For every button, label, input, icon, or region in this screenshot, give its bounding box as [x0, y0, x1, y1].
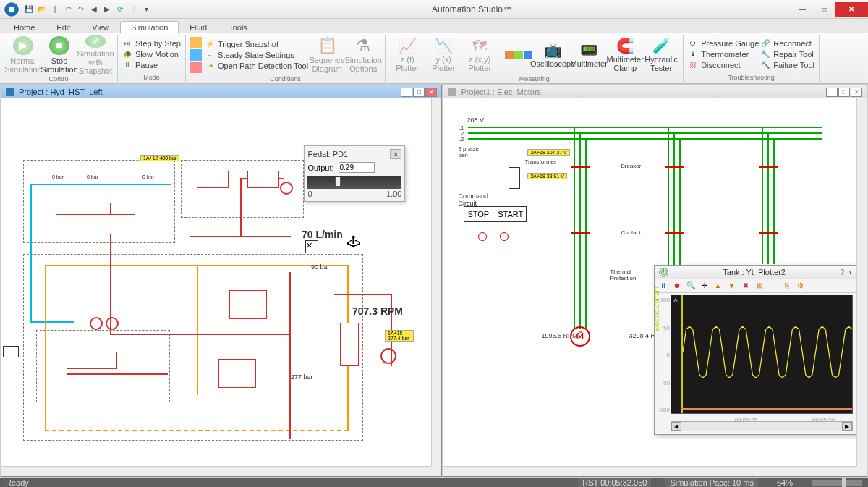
pedal-slider[interactable] — [307, 176, 401, 189]
qat-undo-icon[interactable]: ↶ — [62, 4, 74, 15]
v-scrollbar[interactable] — [431, 98, 441, 466]
left-pane-title[interactable]: Project : Hyd_HST_Left — □ ✕ — [1, 85, 441, 98]
tab-fluid[interactable]: Fluid — [179, 21, 218, 33]
pump-icon-2[interactable] — [90, 317, 103, 330]
valve-2[interactable] — [197, 171, 229, 188]
oscilloscope-button[interactable]: 📺Oscilloscope — [535, 35, 570, 75]
scroll-right-button[interactable]: ▶ — [842, 422, 852, 431]
plotter-chart[interactable]: A 100 50 0 -50 -100 00:05:25 00:05:30 — [671, 295, 853, 414]
slow-motion-button[interactable]: 🐢Slow Motion — [122, 49, 181, 59]
plotter-settings-icon[interactable]: ⚙ — [795, 280, 806, 291]
electrical-canvas[interactable]: 208 V L1 L2 L3 3 phase gen — [443, 98, 867, 476]
plotter-cursor-icon[interactable]: ✛ — [699, 280, 710, 291]
right-pane-title[interactable]: Project1 : Elec_Motors — □ ✕ — [443, 85, 867, 98]
pane-min-button[interactable]: — — [826, 88, 838, 97]
repair-tool-button[interactable]: 🔧Repair Tool — [760, 49, 814, 59]
plotter-title-bar[interactable]: ⏻ Tank : Yt_Plotter2 ? › — [655, 266, 856, 279]
plotter-marker-icon[interactable]: ▲ — [712, 280, 723, 291]
stop-button[interactable]: STOP — [467, 210, 489, 219]
actuator-icon[interactable] — [280, 182, 293, 195]
yx-plotter-button[interactable]: 📉y (x) Plotter — [426, 35, 461, 75]
zt-plotter-button[interactable]: 📈z (t) Plotter — [390, 35, 425, 75]
scroll-left-button[interactable]: ◀ — [671, 422, 681, 431]
qat-left-icon[interactable]: ◀ — [88, 4, 100, 15]
plotter-export-icon[interactable]: ⎘ — [781, 280, 792, 291]
normal-simulation-button[interactable]: ▶Normal Simulation — [6, 35, 41, 75]
plotter-next-icon[interactable]: › — [848, 268, 851, 276]
valve-4[interactable] — [229, 290, 267, 319]
pedal-slider-thumb[interactable] — [335, 177, 341, 187]
pause-button[interactable]: ⏸Pause — [122, 60, 181, 70]
minimize-button[interactable]: — — [791, 2, 813, 17]
status-zoom[interactable]: 64% — [773, 478, 797, 487]
qat-refresh-icon[interactable]: ⟳ — [114, 4, 126, 15]
plotter-power-icon[interactable]: ⏻ — [659, 268, 668, 277]
motor-icon[interactable] — [380, 348, 396, 364]
failure-tool-button[interactable]: 🔨Failure Tool — [760, 60, 814, 70]
valve-6[interactable] — [340, 323, 359, 366]
pump-icon[interactable] — [106, 317, 119, 330]
pedal-dialog[interactable]: Pedal: PD1× Output: 01.00 — [304, 145, 405, 202]
pane-max-button[interactable]: □ — [838, 88, 850, 97]
step-by-step-button[interactable]: ⏭Step by Step — [122, 38, 181, 48]
tab-edit[interactable]: Edit — [46, 21, 81, 33]
thermometer-button[interactable]: 🌡Thermometer — [688, 49, 759, 59]
plotter-zoom-icon[interactable]: 🔍 — [685, 280, 696, 291]
trigger-snapshot-button[interactable]: ⚡Trigger Snapshot — [205, 39, 308, 49]
qat-right-icon[interactable]: ▶ — [101, 4, 113, 15]
hydraulic-canvas[interactable]: 0 bar 0 bar 0 bar 1A+12 400 bar 1A+15 27… — [1, 98, 441, 476]
pedal-output-input[interactable] — [339, 162, 375, 173]
plotter-record-icon[interactable]: ⏺ — [671, 280, 682, 291]
pressure-gauge-button[interactable]: ⏲Pressure Gauge — [688, 38, 759, 48]
simulation-options-button[interactable]: ⚗Simulation Options — [346, 35, 380, 75]
plotter-help-icon[interactable]: ? — [840, 268, 844, 276]
pane-min-button[interactable]: — — [401, 88, 412, 97]
coil-1[interactable] — [478, 232, 487, 241]
h-scrollbar[interactable] — [443, 466, 856, 476]
valve-main[interactable] — [56, 214, 135, 234]
plotter-grid-icon[interactable]: ⊞ — [754, 280, 765, 291]
joystick-icon[interactable]: 🕹 — [347, 234, 360, 250]
tab-tools[interactable]: Tools — [218, 21, 258, 33]
tab-view[interactable]: View — [81, 21, 120, 33]
pump-block[interactable] — [67, 352, 117, 369]
flow-meter-icon[interactable]: ✕ — [305, 240, 318, 253]
qat-redo-icon[interactable]: ↷ — [75, 4, 87, 15]
h-scrollbar[interactable] — [1, 466, 431, 476]
tab-home[interactable]: Home — [3, 21, 46, 33]
disconnect-button[interactable]: ⛓Disconnect — [688, 60, 759, 70]
qat-open-icon[interactable]: 📂 — [36, 4, 48, 15]
pane-max-button[interactable]: □ — [413, 88, 425, 97]
start-button[interactable]: START — [498, 210, 523, 219]
valve-3[interactable] — [247, 171, 279, 188]
cond-icon-3[interactable] — [190, 62, 202, 73]
coil-2[interactable] — [500, 232, 509, 241]
cond-icon-1[interactable] — [190, 37, 202, 48]
plotter-panel[interactable]: ⏻ Tank : Yt_Plotter2 ? › ⏸ ⏺ 🔍 ✛ ▲ ▼ ✖ ⊞… — [654, 265, 856, 435]
qat-save-icon[interactable]: 💾 — [23, 4, 35, 15]
hydraulic-tester-button[interactable]: 🧪Hydraulic Tester — [644, 35, 678, 75]
qat-dropdown-icon[interactable]: ▾ — [140, 4, 152, 15]
multimeter-button[interactable]: 📟Multimeter — [571, 35, 606, 75]
pane-close-button[interactable]: ✕ — [425, 88, 437, 97]
zxy-plotter-button[interactable]: 🗺z (x,y) Plotter — [462, 35, 497, 75]
zoom-slider[interactable] — [812, 480, 862, 486]
v-scrollbar[interactable] — [856, 98, 867, 466]
pedal-close-button[interactable]: × — [390, 149, 401, 159]
input-port[interactable] — [3, 346, 19, 357]
plotter-marker2-icon[interactable]: ▼ — [726, 280, 737, 291]
pane-close-button[interactable]: ✕ — [851, 88, 862, 97]
stop-simulation-button[interactable]: ■Stop Simulation — [42, 35, 77, 75]
open-path-button[interactable]: ⇢Open Path Detection Tool — [205, 61, 308, 71]
multimeter-clamp-button[interactable]: 🧲Multimeter Clamp — [608, 35, 642, 75]
meas-palette-icon-2[interactable] — [514, 51, 523, 59]
steady-state-button[interactable]: ≈Steady State Settings — [205, 50, 308, 60]
meas-palette-icon-3[interactable] — [524, 51, 532, 59]
plotter-scrollbar[interactable]: ◀ ▶ — [671, 421, 853, 431]
simulation-snapshot-button[interactable]: ✓Simulation with Snapshot — [78, 35, 113, 75]
command-box[interactable]: STOP START — [464, 206, 527, 222]
valve-5[interactable] — [218, 359, 256, 388]
reconnect-button[interactable]: 🔗Reconnect — [760, 38, 814, 48]
cond-icon-2[interactable] — [190, 49, 202, 61]
close-button[interactable]: ✕ — [835, 2, 868, 17]
